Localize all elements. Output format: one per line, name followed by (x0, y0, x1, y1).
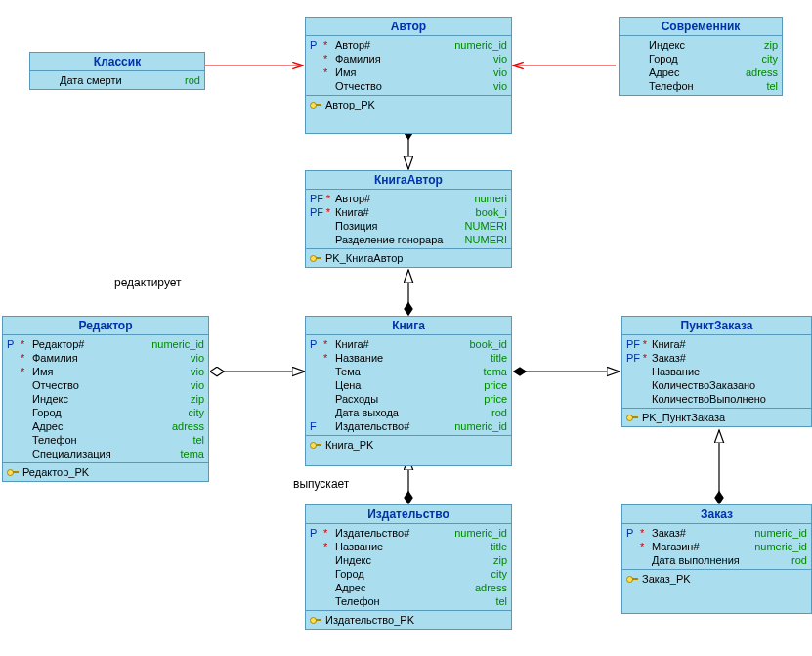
attr-row: Дата выполненияrod (626, 553, 807, 567)
attr-row: *Названиеtitle (310, 351, 507, 365)
attr-row: Название (626, 365, 807, 378)
key-icon (626, 414, 638, 421)
attr-row: *Фамилияvio (7, 351, 204, 365)
entity-editor: Редактор P*Редактор#numeric_id*Фамилияvi… (2, 316, 209, 482)
key-icon (310, 616, 321, 624)
attr-row: Адресadress (310, 581, 507, 594)
attr-row: КоличествоВыполнено (626, 392, 807, 406)
attr-row: PF*Книга# (626, 337, 807, 351)
attr-row: Темаtema (310, 365, 507, 378)
attr-row: *Фамилияvio (310, 52, 507, 66)
attr-row: Расходыprice (310, 392, 507, 406)
entity-author-title: Автор (306, 18, 511, 36)
key-icon (7, 468, 19, 476)
attr-row: Телефонtel (623, 79, 778, 93)
entity-order: Заказ P*Заказ#numeric_id*Магазин#numeric… (621, 504, 812, 614)
attr-row: Дата смерти rod (34, 73, 200, 87)
attr-row: Городcity (7, 406, 204, 419)
label-edit: редактирует (112, 276, 184, 289)
attr-row: Городcity (623, 52, 778, 66)
attr-row: *Имяvio (7, 365, 204, 378)
attr-row: P*Заказ#numeric_id (626, 526, 807, 540)
entity-classic: Классик Дата смерти rod (29, 52, 205, 90)
label-publish: выпускает (291, 477, 351, 491)
entity-classic-title: Классик (30, 53, 204, 71)
attr-row: FИздательство#numeric_id (310, 419, 507, 433)
entity-bookauthor: КнигаАвтор PF*Автор#numeriPF*Книга#book_… (305, 170, 512, 268)
attr-row: Адресadress (623, 66, 778, 79)
key-icon (310, 441, 321, 449)
attr-row: PF*Книга#book_i (310, 205, 507, 219)
attr-row: Специализацияtema (7, 447, 204, 460)
key-icon (310, 101, 321, 109)
key-icon (310, 254, 321, 262)
attr-row: P*Редактор#numeric_id (7, 337, 204, 351)
attr-row: Разделение гонорараNUMERI (310, 233, 507, 246)
attr-row: Индексzip (623, 38, 778, 52)
attr-row: Ценаprice (310, 378, 507, 392)
attr-row: Индексzip (310, 553, 507, 567)
entity-contemp: Современник ИндексzipГородcityАдресadres… (619, 17, 783, 96)
entity-book: Книга P*Книга#book_id*НазваниеtitleТемаt… (305, 316, 512, 466)
key-icon (626, 575, 638, 583)
attr-row: P*Автор#numeric_id (310, 38, 507, 52)
entity-orderitem: ПунктЗаказа PF*Книга#PF*Заказ#НазваниеКо… (621, 316, 812, 427)
attr-row: Телефонtel (7, 433, 204, 447)
attr-row: PF*Автор#numeri (310, 192, 507, 205)
attr-row: Телефонtel (310, 594, 507, 608)
attr-row: Отчествоvio (310, 79, 507, 93)
attr-row: Отчествоvio (7, 378, 204, 392)
attr-row: Индексzip (7, 392, 204, 406)
attr-row: ПозицияNUMERI (310, 219, 507, 233)
attr-row: *Имяvio (310, 66, 507, 79)
attr-row: *Названиеtitle (310, 540, 507, 553)
attr-row: КоличествоЗаказано (626, 378, 807, 392)
attr-row: P*Книга#book_id (310, 337, 507, 351)
entity-publisher: Издательство P*Издательство#numeric_id*Н… (305, 504, 512, 630)
attr-row: *Магазин#numeric_id (626, 540, 807, 553)
attr-row: Городcity (310, 567, 507, 581)
entity-author: Автор P*Автор#numeric_id*Фамилияvio*Имяv… (305, 17, 512, 134)
attr-row: Дата выходаrod (310, 406, 507, 419)
attr-row: P*Издательство#numeric_id (310, 526, 507, 540)
attr-row: Адресadress (7, 419, 204, 433)
attr-row: PF*Заказ# (626, 351, 807, 365)
